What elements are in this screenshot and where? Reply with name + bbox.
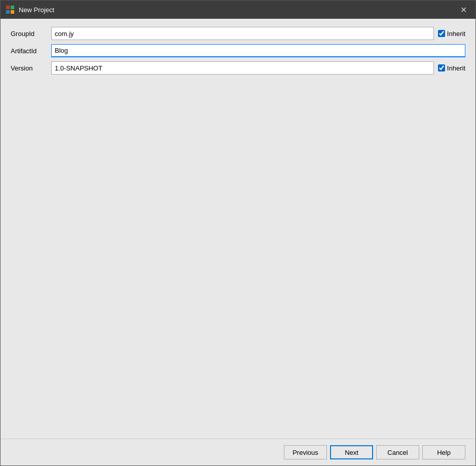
artifactid-input[interactable] — [51, 44, 465, 57]
groupid-input[interactable] — [51, 27, 434, 40]
version-label: Version — [11, 64, 51, 72]
groupid-input-wrapper — [51, 27, 434, 40]
content-area: GroupId Inherit ArtifactId Version — [1, 19, 475, 439]
groupid-label: GroupId — [11, 30, 51, 38]
dialog-icon — [6, 5, 15, 14]
new-project-dialog: New Project ✕ GroupId Inherit ArtifactId… — [0, 0, 476, 466]
version-inherit-label: Inherit — [447, 64, 465, 72]
artifactid-input-wrapper — [51, 44, 465, 57]
close-button[interactable]: ✕ — [456, 3, 470, 17]
version-inherit-wrapper: Inherit — [438, 64, 465, 72]
previous-button[interactable]: Previous — [284, 445, 327, 459]
artifactid-label: ArtifactId — [11, 47, 51, 55]
svg-rect-2 — [6, 10, 10, 14]
footer: Previous Next Cancel Help — [1, 439, 475, 465]
help-button[interactable]: Help — [422, 445, 465, 459]
version-input-wrapper — [51, 61, 434, 75]
cancel-button[interactable]: Cancel — [376, 445, 419, 459]
dialog-title: New Project — [19, 6, 456, 14]
svg-rect-3 — [11, 10, 14, 14]
artifactid-row: ArtifactId — [11, 44, 465, 57]
version-inherit-checkbox[interactable] — [438, 64, 445, 71]
next-button[interactable]: Next — [330, 445, 373, 459]
version-row: Version Inherit — [11, 61, 465, 75]
svg-rect-1 — [11, 6, 14, 9]
version-input[interactable] — [51, 61, 434, 75]
groupid-inherit-checkbox[interactable] — [438, 30, 445, 37]
groupid-inherit-label: Inherit — [447, 30, 465, 38]
title-bar: New Project ✕ — [1, 1, 475, 19]
svg-rect-0 — [6, 6, 10, 9]
groupid-row: GroupId Inherit — [11, 27, 465, 40]
groupid-inherit-wrapper: Inherit — [438, 30, 465, 38]
